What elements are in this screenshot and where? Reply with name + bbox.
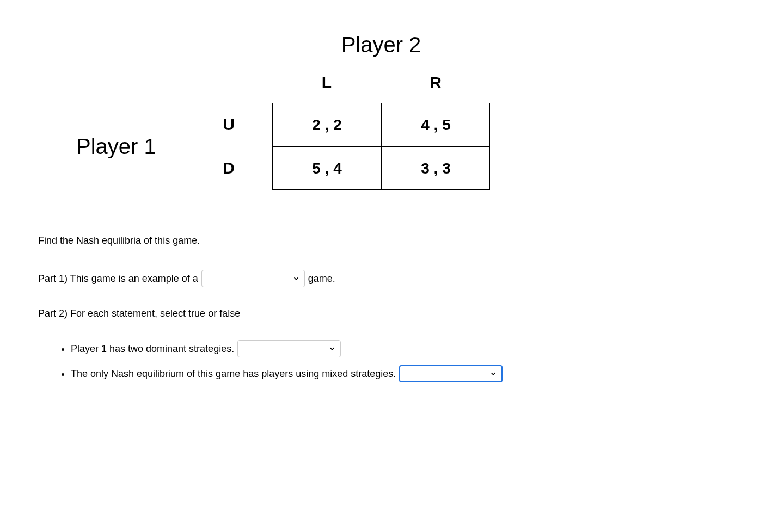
part2-header: Part 2) For each statement, select true …: [38, 306, 734, 321]
true-false-select-2[interactable]: [399, 365, 503, 382]
cell-DR: 3 , 3: [381, 146, 490, 190]
cell-UR: 4 , 5: [381, 103, 490, 146]
true-false-select-1[interactable]: [237, 340, 341, 357]
part1-suffix: game.: [308, 271, 335, 286]
instruction-text: Find the Nash equilibria of this game.: [38, 233, 734, 248]
statement-text: The only Nash equilibrium of this game h…: [71, 367, 396, 381]
statement-text: Player 1 has two dominant strategies.: [71, 342, 234, 356]
list-item: The only Nash equilibrium of this game h…: [71, 365, 734, 382]
chevron-down-icon: [292, 275, 300, 282]
payoff-matrix: Player 2 L R Player 1 U 2 , 2 4 , 5 D 5 …: [76, 33, 734, 190]
list-item: Player 1 has two dominant strategies.: [71, 340, 734, 357]
row-header-U: U: [185, 115, 272, 134]
column-headers: L R: [272, 73, 490, 92]
cell-UL: 2 , 2: [272, 103, 381, 146]
col-header-R: R: [381, 73, 490, 92]
cell-DL: 5 , 4: [272, 146, 381, 190]
chevron-down-icon: [328, 345, 336, 352]
game-type-select[interactable]: [201, 270, 305, 287]
question-section: Find the Nash equilibria of this game. P…: [38, 233, 734, 382]
statements-list: Player 1 has two dominant strategies. Th…: [38, 340, 734, 382]
col-header-L: L: [272, 73, 381, 92]
player2-label: Player 2: [272, 33, 490, 57]
part1-row: Part 1) This game is an example of a gam…: [38, 270, 734, 287]
row-header-D: D: [185, 159, 272, 177]
part1-prefix: Part 1) This game is an example of a: [38, 271, 198, 286]
chevron-down-icon: [489, 370, 497, 378]
player1-label: Player 1: [76, 134, 185, 159]
